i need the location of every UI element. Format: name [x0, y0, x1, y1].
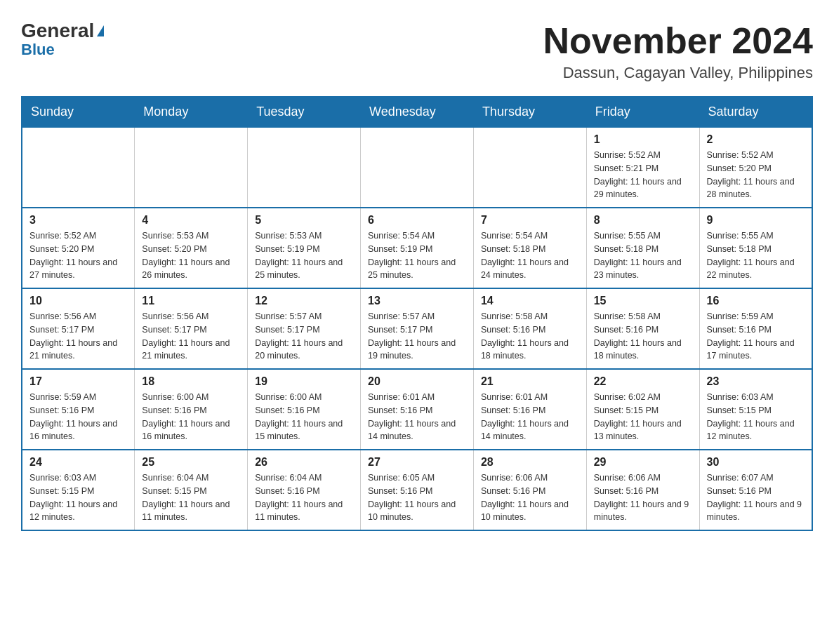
day-info: Sunrise: 6:02 AM Sunset: 5:15 PM Dayligh…: [594, 391, 692, 443]
weekday-header-wednesday: Wednesday: [361, 97, 474, 127]
day-number: 8: [594, 214, 692, 227]
calendar-cell: [22, 127, 135, 208]
calendar-cell: 12Sunrise: 5:57 AM Sunset: 5:17 PM Dayli…: [248, 288, 361, 369]
calendar-cell: 29Sunrise: 6:06 AM Sunset: 5:16 PM Dayli…: [586, 450, 699, 530]
day-number: 30: [707, 456, 805, 469]
logo: General Blue: [21, 21, 104, 58]
calendar-cell: 28Sunrise: 6:06 AM Sunset: 5:16 PM Dayli…: [473, 450, 586, 530]
calendar-cell: [473, 127, 586, 208]
day-info: Sunrise: 6:05 AM Sunset: 5:16 PM Dayligh…: [368, 471, 466, 524]
day-info: Sunrise: 5:53 AM Sunset: 5:19 PM Dayligh…: [255, 229, 353, 282]
day-number: 1: [594, 133, 692, 146]
calendar-cell: 26Sunrise: 6:04 AM Sunset: 5:16 PM Dayli…: [248, 450, 361, 530]
day-number: 15: [594, 295, 692, 307]
calendar-week-row: 10Sunrise: 5:56 AM Sunset: 5:17 PM Dayli…: [22, 288, 812, 369]
calendar-cell: 4Sunrise: 5:53 AM Sunset: 5:20 PM Daylig…: [135, 208, 248, 288]
day-info: Sunrise: 6:00 AM Sunset: 5:16 PM Dayligh…: [255, 391, 353, 443]
day-info: Sunrise: 5:54 AM Sunset: 5:19 PM Dayligh…: [368, 229, 466, 282]
weekday-header-saturday: Saturday: [699, 97, 812, 127]
calendar-cell: [135, 127, 248, 208]
calendar-cell: [248, 127, 361, 208]
calendar-cell: 20Sunrise: 6:01 AM Sunset: 5:16 PM Dayli…: [361, 369, 474, 450]
day-info: Sunrise: 6:04 AM Sunset: 5:15 PM Dayligh…: [142, 471, 240, 524]
title-section: November 2024 Dassun, Cagayan Valley, Ph…: [543, 21, 813, 82]
calendar-cell: 22Sunrise: 6:02 AM Sunset: 5:15 PM Dayli…: [586, 369, 699, 450]
weekday-header-friday: Friday: [586, 97, 699, 127]
calendar-cell: 10Sunrise: 5:56 AM Sunset: 5:17 PM Dayli…: [22, 288, 135, 369]
day-number: 27: [368, 456, 466, 469]
calendar-week-row: 1Sunrise: 5:52 AM Sunset: 5:21 PM Daylig…: [22, 127, 812, 208]
day-info: Sunrise: 5:53 AM Sunset: 5:20 PM Dayligh…: [142, 229, 240, 282]
calendar-cell: 3Sunrise: 5:52 AM Sunset: 5:20 PM Daylig…: [22, 208, 135, 288]
calendar-table: SundayMondayTuesdayWednesdayThursdayFrid…: [21, 96, 813, 531]
day-info: Sunrise: 6:03 AM Sunset: 5:15 PM Dayligh…: [707, 391, 805, 443]
logo-general-text: General: [21, 21, 94, 41]
subtitle: Dassun, Cagayan Valley, Philippines: [543, 64, 813, 82]
calendar-cell: 11Sunrise: 5:56 AM Sunset: 5:17 PM Dayli…: [135, 288, 248, 369]
day-number: 23: [707, 375, 805, 388]
day-number: 16: [707, 295, 805, 307]
weekday-header-monday: Monday: [135, 97, 248, 127]
day-number: 7: [481, 214, 579, 227]
day-info: Sunrise: 5:56 AM Sunset: 5:17 PM Dayligh…: [142, 310, 240, 363]
calendar-cell: 5Sunrise: 5:53 AM Sunset: 5:19 PM Daylig…: [248, 208, 361, 288]
calendar-cell: 9Sunrise: 5:55 AM Sunset: 5:18 PM Daylig…: [699, 208, 812, 288]
day-number: 10: [29, 295, 127, 307]
day-info: Sunrise: 5:57 AM Sunset: 5:17 PM Dayligh…: [368, 310, 466, 363]
calendar-cell: [361, 127, 474, 208]
day-info: Sunrise: 6:03 AM Sunset: 5:15 PM Dayligh…: [29, 471, 127, 524]
day-info: Sunrise: 5:59 AM Sunset: 5:16 PM Dayligh…: [707, 310, 805, 363]
calendar-cell: 18Sunrise: 6:00 AM Sunset: 5:16 PM Dayli…: [135, 369, 248, 450]
day-info: Sunrise: 5:58 AM Sunset: 5:16 PM Dayligh…: [594, 310, 692, 363]
day-info: Sunrise: 6:01 AM Sunset: 5:16 PM Dayligh…: [481, 391, 579, 443]
day-number: 6: [368, 214, 466, 227]
weekday-header-sunday: Sunday: [22, 97, 135, 127]
day-info: Sunrise: 5:52 AM Sunset: 5:20 PM Dayligh…: [29, 229, 127, 282]
day-number: 11: [142, 295, 240, 307]
day-number: 18: [142, 375, 240, 388]
calendar-header-row: SundayMondayTuesdayWednesdayThursdayFrid…: [22, 97, 812, 127]
day-info: Sunrise: 5:59 AM Sunset: 5:16 PM Dayligh…: [29, 391, 127, 443]
day-number: 24: [29, 456, 127, 469]
day-number: 20: [368, 375, 466, 388]
day-number: 2: [707, 133, 805, 146]
calendar-cell: 21Sunrise: 6:01 AM Sunset: 5:16 PM Dayli…: [473, 369, 586, 450]
day-info: Sunrise: 5:55 AM Sunset: 5:18 PM Dayligh…: [594, 229, 692, 282]
calendar-cell: 25Sunrise: 6:04 AM Sunset: 5:15 PM Dayli…: [135, 450, 248, 530]
calendar-week-row: 24Sunrise: 6:03 AM Sunset: 5:15 PM Dayli…: [22, 450, 812, 530]
day-info: Sunrise: 6:00 AM Sunset: 5:16 PM Dayligh…: [142, 391, 240, 443]
weekday-header-tuesday: Tuesday: [248, 97, 361, 127]
day-info: Sunrise: 5:56 AM Sunset: 5:17 PM Dayligh…: [29, 310, 127, 363]
day-number: 5: [255, 214, 353, 227]
day-info: Sunrise: 6:06 AM Sunset: 5:16 PM Dayligh…: [594, 471, 692, 524]
calendar-cell: 30Sunrise: 6:07 AM Sunset: 5:16 PM Dayli…: [699, 450, 812, 530]
weekday-header-thursday: Thursday: [473, 97, 586, 127]
day-info: Sunrise: 5:55 AM Sunset: 5:18 PM Dayligh…: [707, 229, 805, 282]
logo-blue-text: Blue: [21, 42, 55, 58]
day-number: 25: [142, 456, 240, 469]
day-number: 12: [255, 295, 353, 307]
day-number: 9: [707, 214, 805, 227]
calendar-cell: 2Sunrise: 5:52 AM Sunset: 5:20 PM Daylig…: [699, 127, 812, 208]
day-info: Sunrise: 6:04 AM Sunset: 5:16 PM Dayligh…: [255, 471, 353, 524]
day-number: 4: [142, 214, 240, 227]
main-title: November 2024: [543, 21, 813, 61]
calendar-cell: 24Sunrise: 6:03 AM Sunset: 5:15 PM Dayli…: [22, 450, 135, 530]
calendar-cell: 17Sunrise: 5:59 AM Sunset: 5:16 PM Dayli…: [22, 369, 135, 450]
calendar-cell: 27Sunrise: 6:05 AM Sunset: 5:16 PM Dayli…: [361, 450, 474, 530]
day-number: 28: [481, 456, 579, 469]
calendar-cell: 6Sunrise: 5:54 AM Sunset: 5:19 PM Daylig…: [361, 208, 474, 288]
day-info: Sunrise: 6:01 AM Sunset: 5:16 PM Dayligh…: [368, 391, 466, 443]
day-info: Sunrise: 5:52 AM Sunset: 5:21 PM Dayligh…: [594, 149, 692, 201]
calendar-cell: 19Sunrise: 6:00 AM Sunset: 5:16 PM Dayli…: [248, 369, 361, 450]
day-number: 29: [594, 456, 692, 469]
calendar-cell: 15Sunrise: 5:58 AM Sunset: 5:16 PM Dayli…: [586, 288, 699, 369]
day-info: Sunrise: 6:06 AM Sunset: 5:16 PM Dayligh…: [481, 471, 579, 524]
calendar-cell: 7Sunrise: 5:54 AM Sunset: 5:18 PM Daylig…: [473, 208, 586, 288]
day-info: Sunrise: 5:52 AM Sunset: 5:20 PM Dayligh…: [707, 149, 805, 201]
calendar-week-row: 17Sunrise: 5:59 AM Sunset: 5:16 PM Dayli…: [22, 369, 812, 450]
day-number: 19: [255, 375, 353, 388]
day-number: 14: [481, 295, 579, 307]
page-header: General Blue November 2024 Dassun, Cagay…: [21, 21, 813, 82]
calendar-cell: 1Sunrise: 5:52 AM Sunset: 5:21 PM Daylig…: [586, 127, 699, 208]
